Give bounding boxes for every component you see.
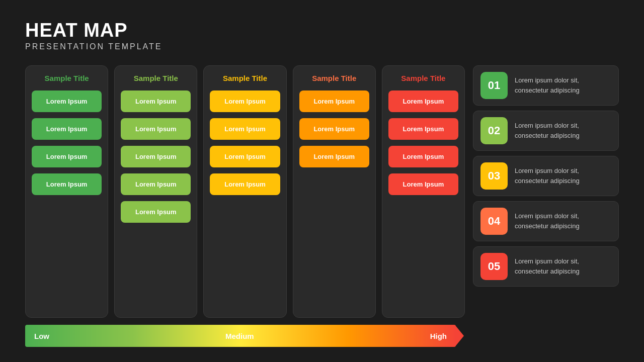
list-number-4: 04 <box>480 208 508 235</box>
heat-btn-col1-row1[interactable]: Lorem Ipsum <box>32 90 102 112</box>
heat-column-2: Sample TitleLorem IpsumLorem IpsumLorem … <box>114 65 197 318</box>
legend-bar: Low Medium High <box>25 325 456 347</box>
column-title-3: Sample Title <box>210 74 280 82</box>
list-item-5: 05Lorem ipsum dolor sit, consectetur adi… <box>473 246 619 287</box>
list-text-5: Lorem ipsum dolor sit, consectetur adipi… <box>515 256 611 276</box>
list-number-5: 05 <box>480 253 508 280</box>
list-item-3: 03Lorem ipsum dolor sit, consectetur adi… <box>473 156 619 196</box>
heat-btn-col5-row3[interactable]: Lorem Ipsum <box>388 146 458 167</box>
legend-low: Low <box>34 332 49 340</box>
heat-btn-col2-row3[interactable]: Lorem Ipsum <box>121 146 191 167</box>
heat-btn-col1-row4[interactable]: Lorem Ipsum <box>32 173 102 195</box>
columns-area: Sample TitleLorem IpsumLorem IpsumLorem … <box>25 65 465 318</box>
page: HEAT MAP PRESENTATION TEMPLATE Sample Ti… <box>0 0 644 362</box>
heat-btn-col5-row1[interactable]: Lorem Ipsum <box>388 90 458 112</box>
heat-column-1: Sample TitleLorem IpsumLorem IpsumLorem … <box>25 65 108 318</box>
list-item-2: 02Lorem ipsum dolor sit, consectetur adi… <box>473 111 619 151</box>
heat-btn-col3-row3[interactable]: Lorem Ipsum <box>210 146 280 167</box>
list-text-2: Lorem ipsum dolor sit, consectetur adipi… <box>515 121 611 140</box>
heat-btn-col4-row1[interactable]: Lorem Ipsum <box>299 90 369 112</box>
heat-btn-col4-row2[interactable]: Lorem Ipsum <box>299 118 369 140</box>
list-number-1: 01 <box>480 72 508 99</box>
heat-column-4: Sample TitleLorem IpsumLorem IpsumLorem … <box>293 65 376 318</box>
heat-btn-col3-row1[interactable]: Lorem Ipsum <box>210 90 280 112</box>
legend-high: High <box>430 332 447 340</box>
list-number-3: 03 <box>480 162 508 190</box>
list-item-1: 01Lorem ipsum dolor sit, consectetur adi… <box>473 65 619 106</box>
list-item-4: 04Lorem ipsum dolor sit, consectetur adi… <box>473 201 619 241</box>
list-text-3: Lorem ipsum dolor sit, consectetur adipi… <box>515 166 611 186</box>
column-title-2: Sample Title <box>121 74 191 82</box>
page-subtitle: PRESENTATION TEMPLATE <box>25 42 619 51</box>
heat-btn-col3-row2[interactable]: Lorem Ipsum <box>210 118 280 140</box>
heat-btn-col3-row4[interactable]: Lorem Ipsum <box>210 173 280 195</box>
heat-column-3: Sample TitleLorem IpsumLorem IpsumLorem … <box>203 65 286 318</box>
heat-btn-col2-row4[interactable]: Lorem Ipsum <box>121 173 191 195</box>
list-text-1: Lorem ipsum dolor sit, consectetur adipi… <box>515 75 611 95</box>
heat-btn-col1-row3[interactable]: Lorem Ipsum <box>32 146 102 167</box>
heat-btn-col5-row2[interactable]: Lorem Ipsum <box>388 118 458 140</box>
heat-column-5: Sample TitleLorem IpsumLorem IpsumLorem … <box>382 65 465 318</box>
heatmap-section: Sample TitleLorem IpsumLorem IpsumLorem … <box>25 65 465 347</box>
heat-btn-col2-row1[interactable]: Lorem Ipsum <box>121 90 191 112</box>
page-title: HEAT MAP <box>25 20 619 41</box>
column-title-1: Sample Title <box>32 74 102 82</box>
column-title-4: Sample Title <box>299 74 369 82</box>
heat-btn-col4-row3[interactable]: Lorem Ipsum <box>299 146 369 167</box>
heat-btn-col2-row5[interactable]: Lorem Ipsum <box>121 201 191 223</box>
heat-btn-col5-row4[interactable]: Lorem Ipsum <box>388 173 458 195</box>
header: HEAT MAP PRESENTATION TEMPLATE <box>25 20 619 51</box>
list-text-4: Lorem ipsum dolor sit, consectetur adipi… <box>515 211 611 231</box>
numbered-list: 01Lorem ipsum dolor sit, consectetur adi… <box>473 65 619 347</box>
content-area: Sample TitleLorem IpsumLorem IpsumLorem … <box>25 65 619 347</box>
column-title-5: Sample Title <box>388 74 458 82</box>
heat-btn-col2-row2[interactable]: Lorem Ipsum <box>121 118 191 140</box>
heat-btn-col1-row2[interactable]: Lorem Ipsum <box>32 118 102 140</box>
list-number-2: 02 <box>480 117 508 144</box>
legend-medium: Medium <box>225 332 254 340</box>
